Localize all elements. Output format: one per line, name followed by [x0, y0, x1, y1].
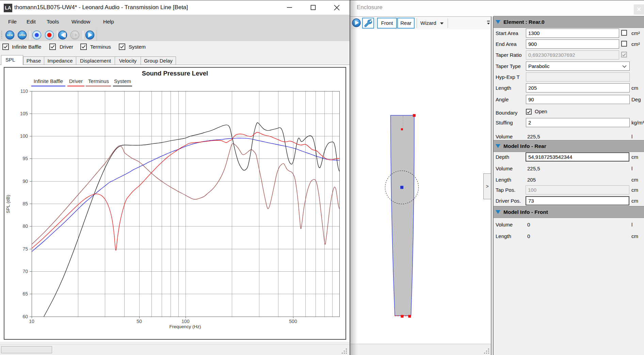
svg-text:70: 70 — [22, 269, 28, 274]
svg-text:100: 100 — [181, 319, 190, 324]
svg-text:60: 60 — [22, 314, 28, 319]
svg-text:10: 10 — [29, 319, 34, 324]
svg-text:75: 75 — [22, 246, 28, 252]
svg-text:95: 95 — [22, 156, 28, 161]
svg-text:OPEN: OPEN — [19, 34, 26, 36]
svg-text:65: 65 — [22, 291, 28, 297]
svg-text:100: 100 — [20, 133, 28, 139]
svg-text:50: 50 — [136, 319, 142, 324]
svg-text:500: 500 — [289, 319, 297, 324]
svg-text:NEW: NEW — [7, 34, 13, 37]
svg-text:90: 90 — [22, 179, 28, 184]
svg-text:SPL (dB): SPL (dB) — [5, 195, 11, 213]
svg-text:Frequency (Hz): Frequency (Hz) — [169, 324, 201, 329]
svg-text:105: 105 — [20, 111, 28, 116]
svg-text:110: 110 — [20, 88, 28, 94]
svg-text:85: 85 — [22, 201, 28, 206]
svg-text:80: 80 — [22, 223, 28, 229]
